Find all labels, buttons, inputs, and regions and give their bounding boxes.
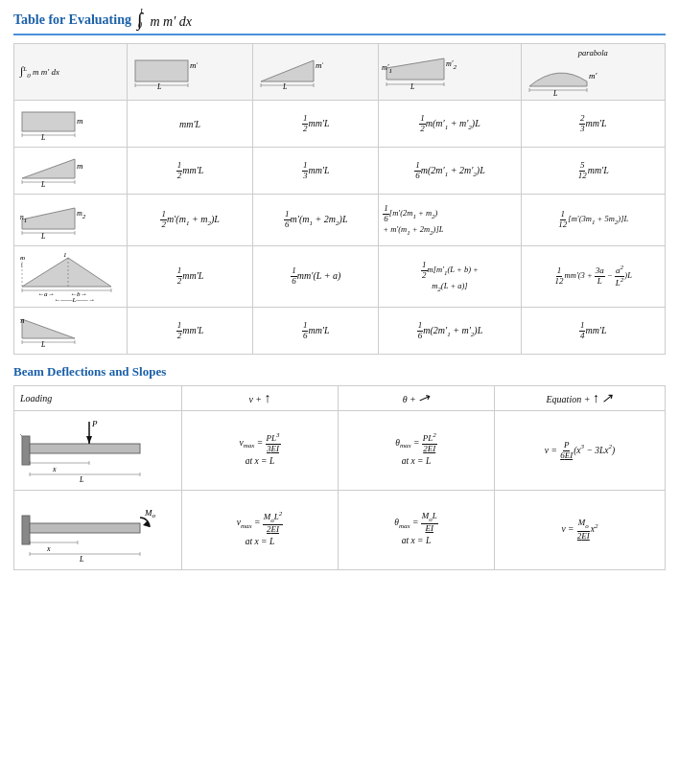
svg-text:L: L bbox=[156, 82, 162, 91]
svg-text:1: 1 bbox=[63, 251, 67, 259]
beam-row2-eq: v = Mo2EIx2 bbox=[494, 491, 665, 570]
svg-marker-12 bbox=[386, 58, 444, 80]
beam-row2-loading: Mo x L bbox=[14, 491, 182, 570]
svg-text:x: x bbox=[52, 465, 57, 473]
beam-row2-theta: θmax = MoLEI at x = L bbox=[338, 491, 494, 570]
svg-text:m: m bbox=[20, 315, 25, 325]
svg-text:L: L bbox=[40, 180, 46, 189]
svg-text:m′: m′ bbox=[190, 60, 198, 70]
beam-row-1: P x L vmax = PL33EI at x = L θm bbox=[14, 411, 666, 491]
beam-row1-v: vmax = PL33EI at x = L bbox=[181, 411, 338, 491]
row2-shape: m L bbox=[14, 148, 128, 195]
svg-text:←a→: ←a→ bbox=[37, 290, 55, 298]
svg-text:m2: m2 bbox=[77, 209, 86, 220]
beam-row1-eq: v = P6EI(x3 − 3Lx2) bbox=[494, 411, 665, 491]
svg-marker-43 bbox=[22, 258, 111, 287]
svg-text:Mo: Mo bbox=[144, 508, 156, 519]
header-formula: L ∫ 0 m m′ dx bbox=[137, 10, 192, 30]
svg-text:m′: m′ bbox=[316, 60, 323, 70]
beam-row1-loading: P x L bbox=[14, 411, 182, 491]
table-row-5: m L 12mm′L 16mm′L 16m(2m′1 + m′2)L 14mm′… bbox=[14, 308, 666, 355]
row3-col3: 16[m′(2m1 + m2)+ m′(m1 + 2m2)]L bbox=[379, 195, 521, 246]
formula-text: m m′ dx bbox=[150, 14, 192, 30]
svg-text:L: L bbox=[40, 340, 46, 349]
header-rectangle-cell: m′ L bbox=[128, 44, 253, 101]
svg-marker-36 bbox=[22, 208, 75, 229]
svg-line-62 bbox=[20, 434, 22, 436]
row4-shape: m ↑ 1 ←a→ ←b→ ←——L——→ bbox=[14, 246, 128, 308]
svg-text:x: x bbox=[46, 544, 51, 553]
svg-rect-24 bbox=[22, 112, 75, 131]
table-row-3: m1 m2 L 12m′(m1 + m2)L 16m′(m1 + 2m2)L 1… bbox=[14, 195, 666, 246]
svg-text:L: L bbox=[79, 555, 84, 564]
beam-row-2: Mo x L vmax = MoL22EI at x = L bbox=[14, 491, 666, 570]
svg-text:L: L bbox=[79, 475, 84, 484]
integral-sign: L ∫ 0 bbox=[137, 10, 142, 30]
row4-col3: 12m[m′1(L + b) +m2(L + a)] bbox=[379, 246, 521, 308]
row2-col1: 12mm′L bbox=[128, 148, 253, 195]
beam-section-title: Beam Deflections and Slopes bbox=[13, 364, 666, 380]
row4-col2: 16mm′(L + a) bbox=[253, 246, 379, 308]
svg-text:m′2: m′2 bbox=[446, 59, 457, 71]
row5-col3: 16m(2m′1 + m′2)L bbox=[379, 308, 521, 355]
row1-col2: 12mm′L bbox=[253, 101, 379, 148]
svg-rect-77 bbox=[22, 516, 30, 544]
row5-col4: 14mm′L bbox=[521, 308, 665, 355]
page-title: Table for Evaluating bbox=[13, 12, 131, 28]
row5-col1: 12mm′L bbox=[128, 308, 253, 355]
beam-table: Loading v + ↑ θ + ↗ Equation + ↑ ↗ bbox=[13, 385, 666, 570]
row1-shape: m L bbox=[14, 101, 128, 148]
svg-text:m: m bbox=[20, 254, 25, 262]
header-integral-cell: ∫L0 m m′ dx bbox=[14, 44, 128, 101]
svg-rect-78 bbox=[30, 523, 140, 533]
row1-col1: mm′L bbox=[128, 101, 253, 148]
row3-col4: 112[m′(3m1 + 5m2)]L bbox=[521, 195, 665, 246]
row3-col1: 12m′(m1 + m2)L bbox=[128, 195, 253, 246]
beam-row2-v: vmax = MoL22EI at x = L bbox=[181, 491, 338, 570]
svg-text:L: L bbox=[410, 82, 415, 91]
row2-col2: 13mm′L bbox=[253, 148, 379, 195]
row4-col4: 112mm′(3 + 3aL − a2L2)L bbox=[521, 246, 665, 308]
svg-text:L: L bbox=[40, 232, 46, 241]
table-row-2: m L 12mm′L 13mm′L 16m(2m′1 + 2m′2)L 512m… bbox=[14, 148, 666, 195]
beam-col-theta: θ + ↗ bbox=[338, 386, 494, 411]
header-parabola-cell: parabola m′ L bbox=[521, 44, 665, 101]
parabola-label: parabola bbox=[525, 48, 662, 58]
row3-col2: 16m′(m1 + 2m2)L bbox=[253, 195, 379, 246]
svg-text:m: m bbox=[77, 161, 83, 171]
row1-col4: 23mm′L bbox=[521, 101, 665, 148]
svg-marker-67 bbox=[86, 436, 92, 444]
table-row-4: m ↑ 1 ←a→ ←b→ ←——L——→ 12mm′L 16mm′(L + a… bbox=[14, 246, 666, 308]
row5-shape: m L bbox=[14, 308, 128, 355]
header-trapezoid-cell: m′1 m′2 L bbox=[379, 44, 521, 101]
row5-col2: 16mm′L bbox=[253, 308, 379, 355]
table-row-1: m L mm′L 12mm′L 12m(m′1 + m′2)L 23mm′L bbox=[14, 101, 666, 148]
row2-col4: 512mm′L bbox=[521, 148, 665, 195]
beam-header-row: Loading v + ↑ θ + ↗ Equation + ↑ ↗ bbox=[14, 386, 666, 411]
svg-text:m′: m′ bbox=[589, 71, 597, 81]
svg-marker-30 bbox=[22, 159, 75, 178]
header-right-triangle-cell: m′ L bbox=[253, 44, 379, 101]
row3-shape: m1 m2 L bbox=[14, 195, 128, 246]
svg-rect-0 bbox=[135, 60, 188, 81]
row2-col3: 16m(2m′1 + 2m′2)L bbox=[379, 148, 521, 195]
svg-text:L: L bbox=[40, 133, 46, 142]
svg-text:m: m bbox=[77, 116, 83, 126]
beam-col-equation: Equation + ↑ ↗ bbox=[494, 386, 665, 411]
svg-text:L: L bbox=[282, 82, 288, 91]
beam-col-loading: Loading bbox=[14, 386, 182, 411]
main-table: ∫L0 m m′ dx m′ L m′ L bbox=[13, 43, 666, 355]
svg-text:←——L——→: ←——L——→ bbox=[54, 296, 95, 303]
row1-col3: 12m(m′1 + m′2)L bbox=[379, 101, 521, 148]
row4-col1: 12mm′L bbox=[128, 246, 253, 308]
beam-row1-theta: θmax = PL22EI at x = L bbox=[338, 411, 494, 491]
beam-col-v: v + ↑ bbox=[181, 386, 338, 411]
svg-text:P: P bbox=[91, 419, 98, 428]
page-header: Table for Evaluating L ∫ 0 m m′ dx bbox=[13, 10, 666, 35]
table-header-row: ∫L0 m m′ dx m′ L m′ L bbox=[14, 44, 666, 101]
svg-marker-6 bbox=[261, 60, 314, 81]
svg-rect-65 bbox=[30, 444, 140, 453]
svg-text:m1: m1 bbox=[20, 213, 27, 224]
svg-marker-55 bbox=[22, 319, 75, 338]
